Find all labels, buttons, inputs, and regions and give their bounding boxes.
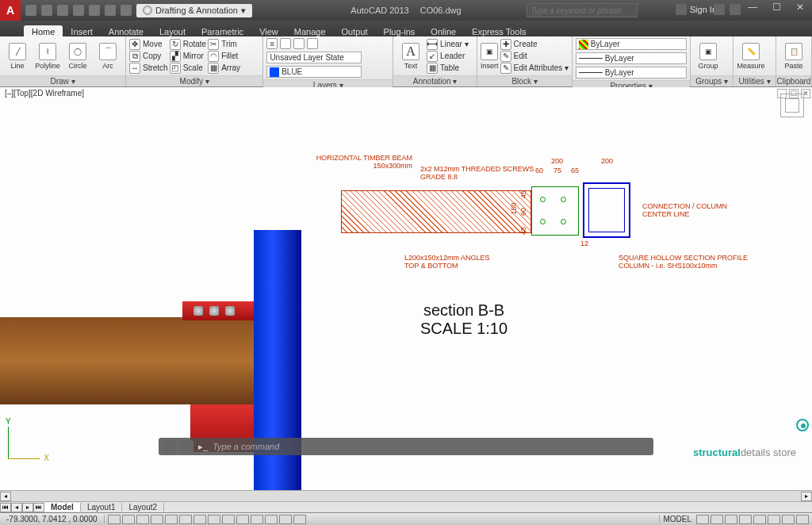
rotate-button[interactable]: ↻Rotate: [170, 39, 206, 50]
status-workspace-icon[interactable]: [739, 515, 752, 524]
snap-toggle-icon[interactable]: [108, 515, 121, 524]
status-clean-icon[interactable]: [796, 515, 809, 524]
grid-toggle-icon[interactable]: [122, 515, 135, 524]
layer-state-dropdown[interactable]: Unsaved Layer State: [266, 52, 362, 63]
viewport-label[interactable]: [–][Top][2D Wireframe]: [5, 89, 84, 98]
color-dropdown[interactable]: ByLayer: [576, 38, 687, 50]
layer-states-icon[interactable]: [280, 38, 291, 49]
status-grid-icon[interactable]: [696, 515, 709, 524]
tpy-toggle-icon[interactable]: [251, 515, 263, 524]
status-annoscale-icon[interactable]: [725, 515, 737, 524]
qp-toggle-icon[interactable]: [265, 515, 278, 524]
tab-view[interactable]: View: [251, 25, 286, 36]
exchange-icon[interactable]: [714, 4, 725, 15]
coordinates-readout[interactable]: -79.3000, 7.0412 , 0.0000: [0, 515, 105, 523]
search-input[interactable]: [527, 3, 638, 17]
3dosnap-toggle-icon[interactable]: [179, 515, 192, 524]
model-space-button[interactable]: MODEL: [659, 515, 695, 523]
layer-props-icon[interactable]: ≡: [266, 38, 278, 49]
maximize-button[interactable]: ☐: [764, 0, 788, 14]
workspace-switcher[interactable]: Drafting & Annotation ▾: [136, 4, 252, 17]
tab-home[interactable]: Home: [24, 25, 63, 36]
copy-button[interactable]: ⧉Copy: [129, 51, 168, 62]
arc-button[interactable]: ⌒Arc: [94, 43, 122, 70]
panel-utilities-title[interactable]: Utilities ▾: [733, 75, 776, 86]
create-block-button[interactable]: ✚Create: [500, 39, 569, 50]
layout-tab-layout2[interactable]: Layout2: [122, 503, 164, 512]
status-scale-icon[interactable]: [710, 515, 723, 524]
status-lock-icon[interactable]: [753, 515, 766, 524]
polyline-button[interactable]: ⌇Polyline: [33, 43, 62, 70]
stretch-button[interactable]: ↔Stretch: [129, 63, 168, 74]
layer-uniso-icon[interactable]: [307, 38, 318, 49]
ducs-toggle-icon[interactable]: [208, 515, 220, 524]
tab-parametric[interactable]: Parametric: [193, 25, 251, 36]
trim-button[interactable]: ✂Trim: [208, 39, 240, 50]
mirror-button[interactable]: ▞Mirror: [170, 51, 206, 62]
tab-first-icon[interactable]: ⏮: [0, 503, 11, 512]
group-button[interactable]: ▣Group: [694, 43, 722, 70]
tab-prev-icon[interactable]: ◂: [11, 503, 22, 512]
measure-button[interactable]: 📏Measure: [737, 43, 765, 70]
am-toggle-icon[interactable]: [293, 515, 306, 524]
polar-toggle-icon[interactable]: [151, 515, 163, 524]
leader-button[interactable]: ↙Leader: [427, 51, 469, 62]
qat-undo-icon[interactable]: [105, 5, 116, 16]
sc-toggle-icon[interactable]: [279, 515, 292, 524]
panel-draw-title[interactable]: Draw ▾: [0, 75, 125, 86]
view-cube[interactable]: [780, 94, 804, 117]
status-hardware-icon[interactable]: [768, 515, 780, 524]
drawing-viewport[interactable]: [–][Top][2D Wireframe] – ☐ ✕ HORIZONTAL …: [0, 87, 812, 490]
line-button[interactable]: ╱Line: [3, 43, 32, 70]
linear-dim-button[interactable]: ⟷Linear ▾: [427, 39, 469, 50]
qat-plot-icon[interactable]: [89, 5, 100, 16]
move-button[interactable]: ✥Move: [129, 39, 168, 50]
array-button[interactable]: ▦Array: [208, 63, 240, 74]
tab-next-icon[interactable]: ▸: [22, 503, 33, 512]
lineweight-dropdown[interactable]: ByLayer: [576, 67, 687, 79]
cmd-options-icon[interactable]: [181, 440, 193, 453]
tab-last-icon[interactable]: ⏭: [33, 503, 44, 512]
qat-saveas-icon[interactable]: [73, 5, 84, 16]
qat-open-icon[interactable]: [41, 5, 52, 16]
circle-button[interactable]: ◯Circle: [63, 43, 92, 70]
scroll-right-icon[interactable]: ▸: [801, 492, 812, 501]
ortho-toggle-icon[interactable]: [136, 515, 149, 524]
cmd-close-icon[interactable]: [163, 440, 176, 453]
panel-modify-title[interactable]: Modify ▾: [126, 75, 262, 86]
tab-output[interactable]: Output: [334, 25, 376, 36]
fillet-button[interactable]: ◠Fillet: [208, 51, 240, 62]
osnap-toggle-icon[interactable]: [165, 515, 178, 524]
panel-groups-title[interactable]: Groups ▾: [691, 75, 733, 86]
panel-annotation-title[interactable]: Annotation ▾: [393, 75, 477, 86]
scale-button[interactable]: ◰Scale: [170, 63, 206, 74]
scroll-left-icon[interactable]: ◂: [0, 492, 11, 501]
tab-layout[interactable]: Layout: [151, 25, 193, 36]
horizontal-scrollbar[interactable]: ◂ ▸: [0, 490, 812, 501]
minimize-button[interactable]: —: [741, 0, 764, 14]
paste-button[interactable]: 📋Paste: [779, 43, 808, 70]
help-icon[interactable]: [730, 4, 741, 15]
panel-block-title[interactable]: Block ▾: [477, 75, 572, 86]
status-isolate-icon[interactable]: [782, 515, 795, 524]
tab-manage[interactable]: Manage: [286, 25, 334, 36]
qat-save-icon[interactable]: [57, 5, 68, 16]
tab-online[interactable]: Online: [423, 25, 464, 36]
app-logo[interactable]: A: [0, 0, 21, 21]
dyn-toggle-icon[interactable]: [222, 515, 235, 524]
table-button[interactable]: ▦Table: [427, 63, 469, 74]
command-line[interactable]: ▸_ Type a command: [159, 438, 653, 455]
edit-attr-button[interactable]: ✎Edit Attributes ▾: [500, 63, 569, 74]
layout-tab-model[interactable]: Model: [44, 503, 81, 512]
text-button[interactable]: AText: [396, 43, 425, 70]
linetype-dropdown[interactable]: ByLayer: [576, 52, 687, 64]
lwt-toggle-icon[interactable]: [236, 515, 249, 524]
qat-redo-icon[interactable]: [121, 5, 132, 16]
tab-annotate[interactable]: Annotate: [101, 25, 151, 36]
layer-iso-icon[interactable]: [293, 38, 304, 49]
otrack-toggle-icon[interactable]: [193, 515, 206, 524]
layout-tab-layout1[interactable]: Layout1: [81, 503, 123, 512]
layer-current-dropdown[interactable]: BLUE: [266, 66, 362, 78]
edit-block-button[interactable]: ✎Edit: [500, 51, 569, 62]
tab-insert[interactable]: Insert: [63, 25, 101, 36]
